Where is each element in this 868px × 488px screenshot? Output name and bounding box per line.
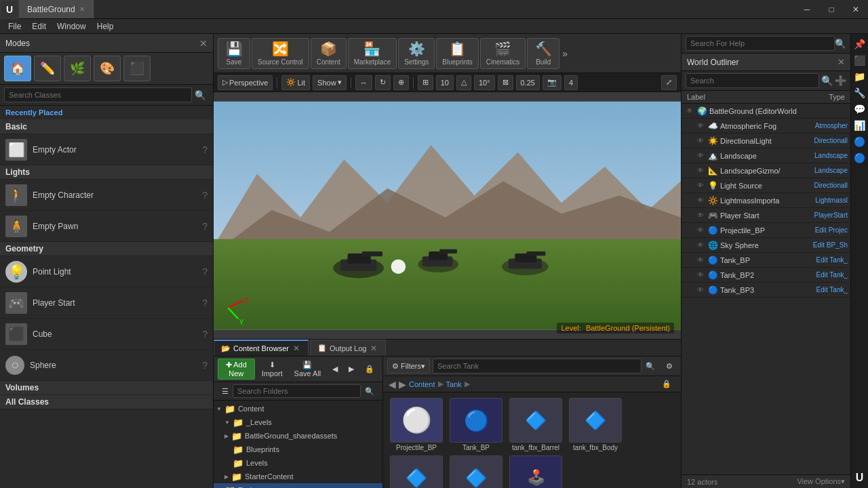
category-lights[interactable]: Lights <box>0 165 213 180</box>
marketplace-button[interactable]: 🏪 Marketplace <box>348 38 397 69</box>
viewport-show-dropdown[interactable]: Show▾ <box>313 75 347 90</box>
far-right-btn-2[interactable]: ⬛ <box>852 53 867 68</box>
search-folders-input[interactable] <box>233 384 361 398</box>
outliner-add-button[interactable]: ➕ <box>835 75 846 86</box>
camera-speed-value[interactable]: 4 <box>564 75 578 90</box>
import-button[interactable]: ⬇ Import <box>258 359 287 379</box>
search-folders-button[interactable]: 🔍 <box>361 386 378 397</box>
filters-button[interactable]: ⚙ Filters▾ <box>387 359 430 373</box>
eye-landscape[interactable]: 👁 <box>695 152 706 159</box>
file-item-tank-bp[interactable]: 🔵 Tank_BP <box>448 398 504 451</box>
help-search-input[interactable] <box>686 36 835 51</box>
category-all-classes[interactable]: All Classes <box>0 395 213 409</box>
folder-blueprints[interactable]: 📁 Blueprints <box>214 443 382 456</box>
outliner-item-battleground[interactable]: 👁 🌍 BattleGround (EditorWorld <box>682 104 850 119</box>
save-all-button[interactable]: 💾 Save All <box>290 359 326 379</box>
eye-directional[interactable]: 👁 <box>695 137 706 144</box>
folder-levels[interactable]: ▼ 📁 _Levels <box>214 415 382 429</box>
transform-translate[interactable]: ↔ <box>355 75 372 90</box>
far-right-btn-8[interactable]: 🔵 <box>852 150 867 165</box>
eye-tank-bp2[interactable]: 👁 <box>695 271 706 279</box>
list-item-empty-pawn[interactable]: 🧍 Empty Pawn ? <box>0 211 213 242</box>
settings-button[interactable]: ⚙️ Settings <box>398 38 435 69</box>
output-log-tab-close[interactable]: ✕ <box>369 344 378 353</box>
empty-character-info[interactable]: ? <box>202 190 208 201</box>
outliner-item-directional[interactable]: 👁 ☀️ DirectionalLight Directionall <box>682 134 850 148</box>
file-search-input[interactable] <box>433 359 642 373</box>
eye-projectile-bp[interactable]: 👁 <box>695 226 706 234</box>
category-volumes[interactable]: Volumes <box>0 381 213 395</box>
cube-info[interactable]: ? <box>202 329 208 340</box>
list-item-player-start[interactable]: 🎮 Player Start ? <box>0 287 213 319</box>
build-button[interactable]: 🔨 Build <box>527 38 559 69</box>
folder-starter[interactable]: ▶ 📁 StarterContent <box>214 470 382 483</box>
camera-speed-button[interactable]: 📷 <box>542 75 561 90</box>
outliner-item-player-start[interactable]: 👁 🎮 Player Start PlayerStart <box>682 208 850 223</box>
folder-sharedassets[interactable]: ▶ 📁 BattleGround_sharedassets <box>214 429 382 443</box>
far-right-btn-5[interactable]: 💬 <box>852 102 867 117</box>
outliner-item-landscape[interactable]: 👁 🏔️ Landscape Landscape <box>682 148 850 163</box>
transform-rotate[interactable]: ↻ <box>375 75 391 90</box>
eye-sky-sphere[interactable]: 👁 <box>695 241 706 249</box>
mode-landscape[interactable]: 🎨 <box>94 56 121 81</box>
point-light-info[interactable]: ? <box>202 266 208 277</box>
source-control-button[interactable]: 🔀 Source Control <box>252 38 309 69</box>
file-item-tank-turret[interactable]: 🔷 tank_fbx_Turret <box>448 455 504 488</box>
file-item-tank-barrel[interactable]: 🔷 tank_fbx_Barrel <box>508 398 564 451</box>
outliner-search-button[interactable]: 🔍 <box>821 75 833 86</box>
outliner-item-fog[interactable]: 👁 ☁️ Atmospheric Fog Atmospher <box>682 119 850 134</box>
outliner-item-lightmass[interactable]: 👁 🔆 LightmassImporta Lightmassl <box>682 193 850 208</box>
breadcrumb-tank[interactable]: Tank <box>446 380 462 388</box>
eye-player-start[interactable]: 👁 <box>695 211 706 219</box>
eye-fog[interactable]: 👁 <box>695 122 706 129</box>
far-right-btn-3[interactable]: 📁 <box>852 69 867 84</box>
folder-content[interactable]: ▼ 📁 Content <box>214 402 382 415</box>
list-item-point-light[interactable]: 💡 Point Light ? <box>0 256 213 287</box>
folder-tank[interactable]: 📁 Tank <box>214 483 382 488</box>
folder-levels2[interactable]: 📁 Levels <box>214 456 382 470</box>
content-button[interactable]: 📦 Content <box>311 38 347 69</box>
outliner-view-options[interactable]: View Options▾ <box>797 477 845 486</box>
add-new-button[interactable]: ✚ Add New <box>218 359 255 380</box>
nav-forward-button[interactable]: ▶ <box>344 363 358 375</box>
eye-tank-bp3[interactable]: 👁 <box>695 286 706 293</box>
toolbar-more-button[interactable]: » <box>561 47 569 60</box>
list-item-empty-actor[interactable]: ⬜ Empty Actor ? <box>0 134 213 165</box>
outliner-item-projectile-bp[interactable]: 👁 🔵 Projectile_BP Edit Projec <box>682 223 850 238</box>
outliner-search-input[interactable] <box>686 73 819 88</box>
mode-place[interactable]: 🏠 <box>4 56 31 81</box>
blueprints-button[interactable]: 📋 Blueprints <box>436 38 478 69</box>
list-item-cube[interactable]: ⬛ Cube ? <box>0 319 213 350</box>
scale-snap-button[interactable]: ⊠ <box>498 75 513 90</box>
close-button[interactable]: ✕ <box>844 0 868 19</box>
menu-file[interactable]: File <box>3 19 26 34</box>
file-item-projectile-bp[interactable]: ⚪ Projectile_BP <box>389 398 444 451</box>
cinematics-button[interactable]: 🎬 Cinematics <box>480 38 526 69</box>
breadcrumb-content[interactable]: Content <box>409 380 435 388</box>
tab-battleground-close[interactable]: ✕ <box>79 5 85 13</box>
folder-list-toggle[interactable]: ☰ <box>218 386 233 397</box>
eye-battleground[interactable]: 👁 <box>684 107 695 115</box>
breadcrumb-back[interactable]: ◀ <box>389 379 396 390</box>
far-right-btn-4[interactable]: 🔧 <box>852 85 867 100</box>
menu-window[interactable]: Window <box>52 19 92 34</box>
content-browser-tab-close[interactable]: ✕ <box>292 344 301 353</box>
category-geometry[interactable]: Geometry <box>0 242 213 256</box>
search-classes-button[interactable]: 🔍 <box>192 89 209 102</box>
outliner-item-tank-bp2[interactable]: 👁 🔵 Tank_BP2 Edit Tank_ <box>682 268 850 283</box>
file-search-button[interactable]: 🔍 <box>642 361 659 372</box>
help-search-button[interactable]: 🔍 <box>835 39 846 49</box>
file-view-options-button[interactable]: ⚙ <box>662 361 677 372</box>
viewport[interactable]: X Y Level: BattleGround (Persistent) <box>214 92 681 339</box>
file-item-tank-track[interactable]: 🔷 tank_fbx_Track <box>389 455 444 488</box>
outliner-item-landscape-gizmo[interactable]: 👁 📐 LandscapeGizmo/ Landscape <box>682 163 850 178</box>
transform-scale[interactable]: ⊕ <box>393 75 409 90</box>
maximize-viewport-button[interactable]: ⤢ <box>661 75 677 90</box>
viewport-lit-dropdown[interactable]: 🔆 Lit <box>281 75 310 90</box>
outliner-item-sky-sphere[interactable]: 👁 🌐 Sky Sphere Edit BP_Sh <box>682 238 850 253</box>
player-start-info[interactable]: ? <box>202 298 208 308</box>
list-item-sphere[interactable]: ○ Sphere ? <box>0 350 213 381</box>
scale-value[interactable]: 0.25 <box>516 75 540 90</box>
breadcrumb-lock-button[interactable]: 🔒 <box>658 378 675 390</box>
tab-output-log[interactable]: 📋 Output Log ✕ <box>310 340 386 356</box>
